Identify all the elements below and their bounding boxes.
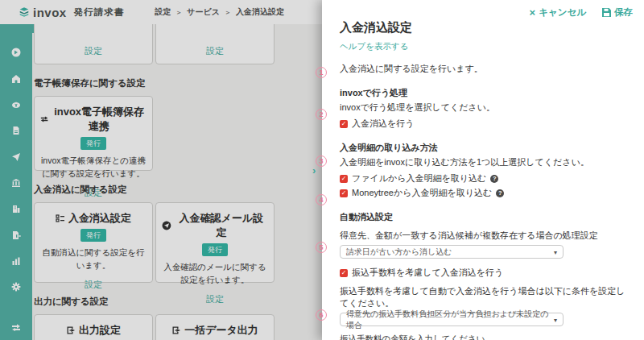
section1-desc: invoxで行う処理を選択してください。 — [340, 102, 628, 114]
panel-edge-chevron-icon[interactable]: › — [312, 164, 316, 176]
cancel-button[interactable]: × キャンセル — [530, 6, 586, 19]
annotation-circle-2: 2 — [316, 109, 327, 120]
checkbox-checked-icon[interactable] — [340, 175, 348, 183]
fee-burden-condition-select[interactable]: 得意先の振込手数料負担区分が当方負担および未設定の場合 — [340, 313, 564, 326]
section2-heading: 入金明細の取り込み方法 — [340, 142, 628, 154]
checkbox-label: Moneytreeから入金明細を取り込む — [352, 187, 492, 199]
annotation-circle-1: 1 — [316, 67, 327, 78]
checkbox-row-import-moneytree: Moneytreeから入金明細を取り込む ? — [340, 187, 628, 199]
checkbox-checked-icon[interactable] — [340, 120, 348, 128]
section3-heading: 自動消込設定 — [340, 211, 628, 223]
checkbox-row-import-file: ファイルから入金明細を取り込む ? — [340, 172, 628, 185]
annotation-circle-4: 4 — [316, 194, 327, 205]
save-button[interactable]: 保存 — [602, 6, 633, 19]
save-floppy-icon — [602, 8, 611, 17]
checkbox-label: 振込手数料を考慮して入金消込を行う — [352, 267, 503, 279]
modal-dim-overlay — [0, 0, 322, 340]
annotation-circle-6: 6 — [316, 309, 327, 321]
help-question-icon[interactable]: ? — [496, 189, 504, 197]
chevron-down-icon — [554, 315, 557, 324]
checkbox-checked-icon[interactable] — [340, 189, 348, 197]
fee-amount-instructions: 振込手数料の金額を入力してください。 得意先ごとに振込手数料の設定が行われている… — [340, 334, 628, 340]
payment-reconciliation-settings-panel: × キャンセル 保存 入金消込設定 ヘルプを表示する 入金消込に関する設定を行い… — [322, 0, 644, 340]
left-pane: invox 発行請求書 設定 ＞ サービス ＞ 入金消込設定 — [0, 0, 322, 340]
select-value: 請求日が古い方から消し込む — [346, 247, 452, 258]
chevron-down-icon — [554, 247, 557, 256]
page-title: 入金消込設定 — [340, 20, 628, 35]
annotation-circle-5: 5 — [316, 242, 327, 253]
close-icon: × — [530, 6, 536, 19]
section1-heading: invoxで行う処理 — [340, 87, 628, 99]
checkbox-label: 入金消込を行う — [352, 118, 415, 130]
checkbox-label: ファイルから入金明細を取り込む — [352, 172, 486, 185]
section2-desc: 入金明細をinvoxに取り込む方法を1つ以上選択してください。 — [340, 156, 628, 168]
app-root: invox 発行請求書 設定 ＞ サービス ＞ 入金消込設定 — [0, 0, 644, 340]
panel-actions: × キャンセル 保存 — [530, 6, 633, 19]
section4-label: 振込手数料を考慮して自動で入金消込を行う場合は以下に条件を設定してください。 — [340, 285, 628, 309]
annotation-circle-3: 3 — [316, 155, 327, 167]
duplicate-candidate-policy-select[interactable]: 請求日が古い方から消し込む — [340, 245, 564, 259]
checkbox-checked-icon[interactable] — [340, 269, 348, 277]
help-question-icon[interactable]: ? — [490, 175, 498, 183]
panel-intro: 入金消込に関する設定を行います。 — [340, 63, 628, 75]
help-link[interactable]: ヘルプを表示する — [340, 41, 628, 52]
select-value: 得意先の振込手数料負担区分が当方負担および未設定の場合 — [346, 309, 554, 331]
fee-line-1: 振込手数料の金額を入力してください。 — [340, 334, 628, 340]
section3-label: 得意先、金額が一致する消込候補が複数存在する場合の処理設定 — [340, 230, 628, 242]
checkbox-row-consider-fee: 振込手数料を考慮して入金消込を行う — [340, 267, 628, 279]
checkbox-row-do-reconciliation: 入金消込を行う — [340, 118, 628, 130]
